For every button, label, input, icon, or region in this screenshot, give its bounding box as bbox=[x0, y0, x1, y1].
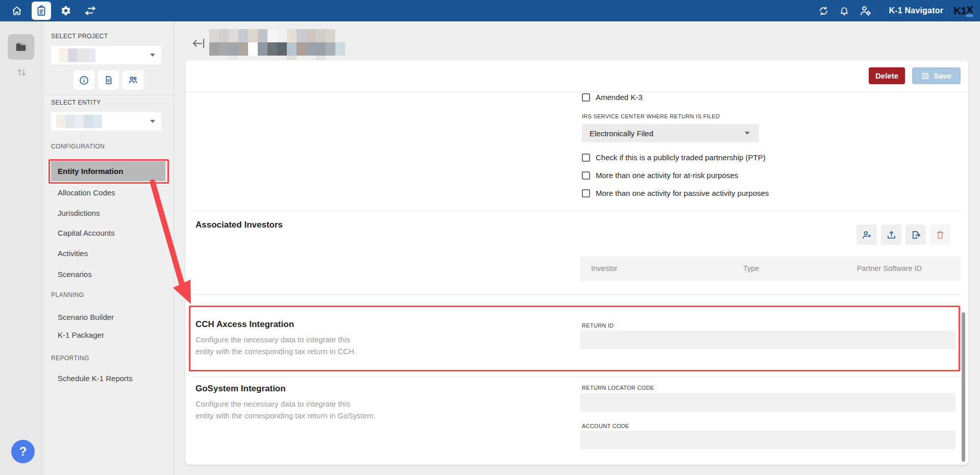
entity-select[interactable] bbox=[51, 112, 161, 131]
sidebar-item-allocation-codes[interactable]: Allocation Codes bbox=[51, 183, 165, 203]
upload-investors-button[interactable] bbox=[881, 224, 901, 245]
reporting-section-label: REPORTING bbox=[51, 355, 89, 362]
sidebar-item-scenarios[interactable]: Scenarios bbox=[51, 264, 165, 285]
select-project-label: SELECT PROJECT bbox=[51, 33, 108, 40]
topbar: K-1 Navigator K1X bbox=[0, 0, 980, 21]
export-investors-button[interactable] bbox=[905, 224, 926, 245]
back-arrow-icon bbox=[191, 36, 206, 51]
swap-vertical-button[interactable] bbox=[16, 66, 28, 79]
projects-rail-button[interactable] bbox=[8, 34, 34, 60]
return-locator-code-label: RETURN LOCATOR CODE bbox=[582, 385, 654, 391]
amended-k3-row: Amended K-3 bbox=[582, 93, 643, 102]
sidebar: SELECT PROJECT SELECT ENTITY bbox=[44, 21, 174, 475]
trash-icon bbox=[935, 230, 945, 240]
manage-accounts-icon bbox=[860, 5, 872, 17]
add-investor-button[interactable] bbox=[856, 224, 877, 245]
chevron-down-icon bbox=[150, 54, 155, 57]
help-button[interactable]: ? bbox=[11, 440, 35, 463]
home-icon bbox=[11, 5, 22, 16]
return-id-input[interactable] bbox=[580, 331, 955, 349]
clipboard-icon bbox=[36, 5, 47, 16]
sidebar-item-schedule-k1-reports[interactable]: Schedule K-1 Reports bbox=[51, 368, 165, 389]
sidebar-item-jurisdictions[interactable]: Jurisdictions bbox=[51, 203, 165, 223]
configuration-section-label: CONFIGURATION bbox=[51, 143, 105, 150]
project-select[interactable] bbox=[51, 46, 161, 64]
redacted-entity-value bbox=[51, 115, 102, 128]
delete-button[interactable]: Delete bbox=[869, 67, 905, 84]
home-button[interactable] bbox=[7, 2, 27, 20]
entity-information-panel: Delete Save Amended K-3 IRS SERVICE CENT… bbox=[185, 60, 968, 465]
redacted-project-value bbox=[51, 48, 95, 62]
folder-icon bbox=[14, 40, 28, 54]
at-risk-checkbox[interactable] bbox=[582, 171, 590, 180]
k1x-logo: K1X bbox=[953, 5, 973, 17]
settings-button[interactable] bbox=[56, 2, 76, 20]
bell-icon bbox=[839, 6, 849, 16]
gosystem-section-description: Configure the necessary data to integrat… bbox=[195, 398, 376, 421]
person-add-icon bbox=[862, 230, 872, 240]
gosystem-section-title: GoSystem Integration bbox=[195, 384, 286, 394]
amended-k3-checkbox[interactable] bbox=[582, 93, 590, 102]
account-code-label: ACCOUNT CODE bbox=[582, 423, 629, 429]
file-export-icon bbox=[911, 230, 921, 240]
passive-checkbox[interactable] bbox=[582, 189, 590, 197]
at-risk-row: More than one activity for at-risk purpo… bbox=[582, 171, 738, 180]
vertical-scrollbar-thumb[interactable] bbox=[962, 312, 965, 462]
sidebar-item-entity-information[interactable]: Entity Information bbox=[51, 161, 165, 181]
save-icon bbox=[921, 72, 929, 80]
section-divider bbox=[192, 211, 961, 211]
manage-accounts-button[interactable] bbox=[860, 5, 872, 17]
notifications-button[interactable] bbox=[839, 6, 849, 16]
documents-tab-button[interactable] bbox=[32, 2, 51, 20]
irs-center-select[interactable]: Electronically Filed bbox=[582, 124, 759, 142]
group-icon bbox=[128, 74, 139, 86]
swap-vertical-icon bbox=[16, 66, 28, 79]
section-divider bbox=[192, 294, 961, 295]
column-partner-software-id[interactable]: Partner Software ID bbox=[857, 264, 922, 272]
left-rail bbox=[0, 21, 44, 475]
transfer-button[interactable] bbox=[81, 2, 100, 20]
sync-button[interactable] bbox=[818, 6, 829, 16]
cch-section-title: CCH Axcess Integration bbox=[195, 319, 294, 330]
section-divider bbox=[192, 377, 961, 377]
select-entity-label: SELECT ENTITY bbox=[51, 99, 101, 106]
sidebar-item-capital-accounts[interactable]: Capital Accounts bbox=[51, 223, 165, 243]
swap-horizontal-icon bbox=[84, 5, 96, 17]
document-icon bbox=[104, 75, 114, 85]
sidebar-item-activities[interactable]: Activities bbox=[51, 243, 165, 264]
return-id-label: RETURN ID bbox=[582, 322, 614, 329]
project-info-button[interactable] bbox=[74, 70, 94, 90]
info-icon bbox=[79, 75, 89, 86]
column-investor[interactable]: Investor bbox=[591, 264, 618, 272]
irs-center-value: Electronically Filed bbox=[590, 129, 653, 138]
associated-investors-title: Associated Investors bbox=[195, 220, 283, 230]
chevron-down-icon bbox=[150, 120, 155, 123]
at-risk-label: More than one activity for at-risk purpo… bbox=[596, 171, 738, 180]
passive-row: More than one activity for passive activ… bbox=[582, 189, 769, 197]
account-code-input[interactable] bbox=[580, 431, 955, 449]
save-button[interactable]: Save bbox=[912, 67, 961, 84]
back-button[interactable] bbox=[191, 36, 206, 51]
upload-icon bbox=[886, 230, 897, 240]
passive-label: More than one activity for passive activ… bbox=[596, 189, 769, 197]
delete-investor-button[interactable] bbox=[930, 224, 950, 245]
sidebar-divider bbox=[44, 95, 174, 95]
planning-section-label: PLANNING bbox=[51, 291, 84, 298]
app-title: K-1 Navigator bbox=[889, 6, 944, 15]
chevron-down-icon bbox=[745, 132, 750, 135]
amended-k3-label: Amended K-3 bbox=[596, 93, 643, 102]
sidebar-item-scenario-builder[interactable]: Scenario Builder bbox=[51, 307, 165, 328]
question-mark-icon: ? bbox=[19, 444, 27, 459]
cch-section-description: Configure the necessary data to integrat… bbox=[195, 334, 356, 357]
column-type[interactable]: Type bbox=[743, 264, 759, 272]
redacted-page-title bbox=[209, 29, 347, 62]
project-document-button[interactable] bbox=[98, 70, 119, 90]
irs-center-label: IRS SERVICE CENTER WHERE RETURN IS FILED bbox=[582, 113, 720, 119]
ptp-checkbox[interactable] bbox=[582, 154, 590, 162]
toolbar-divider bbox=[185, 92, 968, 92]
sidebar-item-k1-packager[interactable]: K-1 Packager bbox=[51, 325, 165, 345]
ptp-row: Check if this is a publicly traded partn… bbox=[582, 153, 766, 162]
project-users-button[interactable] bbox=[122, 70, 143, 90]
return-locator-code-input[interactable] bbox=[580, 393, 955, 412]
investor-actions bbox=[856, 224, 950, 245]
